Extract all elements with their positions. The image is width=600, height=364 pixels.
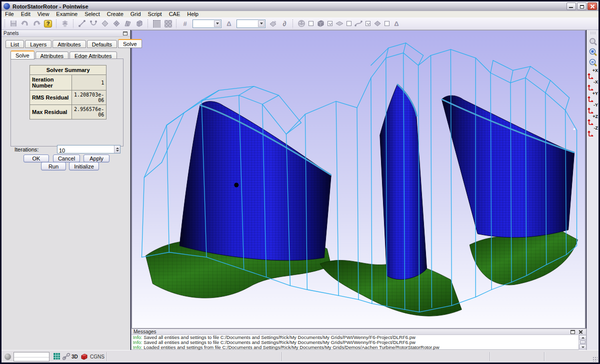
menu-view[interactable]: View	[34, 11, 53, 18]
view-plus-x-button[interactable]: +X	[588, 68, 598, 79]
dimension-combo[interactable]	[192, 20, 222, 28]
menu-cae[interactable]: CAE	[166, 11, 184, 18]
dimension-button[interactable]: #	[180, 18, 190, 29]
title-bar[interactable]: RotorStatorRotor - Pointwise	[2, 2, 598, 11]
show-sources-button[interactable]: Δ	[391, 18, 402, 29]
resize-grip[interactable]	[592, 356, 598, 362]
panels-float-icon[interactable]	[123, 32, 128, 36]
tab-layers[interactable]: Layers	[25, 40, 52, 48]
unstructured-grid-button[interactable]	[162, 18, 174, 29]
menu-file[interactable]: File	[2, 11, 18, 18]
help-icon: ?	[44, 20, 52, 28]
redo-button[interactable]	[31, 18, 42, 29]
mask-icon	[298, 20, 306, 28]
view-toolbar-grip[interactable]	[590, 32, 596, 34]
ok-button[interactable]: OK	[24, 154, 49, 162]
messages-header[interactable]: Messages	[132, 329, 586, 335]
zoom-button[interactable]	[588, 36, 598, 46]
view-minus-x-button[interactable]: -X	[588, 80, 598, 90]
minimize-button[interactable]	[566, 2, 576, 10]
create-block-button[interactable]	[134, 18, 145, 29]
viewport-3d[interactable]	[131, 30, 586, 328]
view-minus-z-button[interactable]: -Z	[588, 126, 598, 136]
boundary-condition-button[interactable]: ∂	[279, 18, 290, 29]
messages-close-icon[interactable]	[578, 330, 583, 334]
spacings-visibility-checkbox[interactable]	[384, 21, 390, 26]
domains-visibility-checkbox[interactable]	[346, 21, 352, 26]
scroll-thumb[interactable]	[580, 340, 586, 344]
create-domain-button[interactable]	[100, 18, 110, 29]
connectors-visibility-checkbox[interactable]	[366, 21, 370, 26]
panels-sidebar: Panels List Layers Attributes Defaults S…	[2, 30, 130, 350]
tab-defaults[interactable]: Defaults	[87, 40, 117, 48]
spinner-down-icon[interactable]	[116, 150, 119, 152]
layer-stack-button[interactable]	[60, 18, 70, 29]
zoom-to-fit-icon	[589, 48, 597, 56]
zoom-to-fit-button[interactable]	[588, 47, 598, 57]
combo-dropdown-icon[interactable]	[258, 20, 264, 27]
undo-button[interactable]	[20, 18, 30, 29]
combo-dropdown-icon[interactable]	[214, 20, 220, 27]
toolbar-grip[interactable]	[56, 19, 58, 28]
partial-derivative-icon: ∂	[283, 20, 286, 28]
structured-grid-button[interactable]	[151, 18, 162, 29]
help-button[interactable]: ?	[42, 18, 54, 29]
cancel-button[interactable]: Cancel	[53, 154, 80, 162]
toolbar-grip[interactable]	[292, 19, 294, 28]
create-curve-button[interactable]	[88, 18, 99, 29]
run-button[interactable]: Run	[41, 162, 66, 170]
create-domain-mesh-button[interactable]	[111, 18, 122, 29]
menu-grid[interactable]: Grid	[127, 11, 144, 18]
show-connectors-button[interactable]	[353, 18, 364, 29]
view-plus-z-button[interactable]: +Z	[588, 114, 598, 125]
scroll-up-icon[interactable]	[579, 335, 586, 340]
database-visibility-checkbox[interactable]	[308, 21, 314, 26]
messages-float-icon[interactable]	[570, 330, 575, 334]
blocks-visibility-checkbox[interactable]	[328, 21, 332, 26]
spinner-up-icon[interactable]	[116, 148, 119, 149]
show-database-button[interactable]	[296, 18, 307, 29]
statusbar-divider	[106, 352, 107, 361]
view-minus-y-button[interactable]: -Y	[588, 103, 598, 114]
toolbar-grip[interactable]	[176, 19, 178, 28]
toolbar-grip[interactable]	[147, 19, 149, 28]
zoom-reset-button[interactable]	[588, 58, 598, 68]
messages-log[interactable]: Info: Saved all entities and settings to…	[132, 335, 586, 350]
solve-surface-button[interactable]	[268, 18, 278, 29]
toolbar-grip[interactable]	[4, 19, 6, 28]
tab-solve[interactable]: Solve	[118, 39, 142, 48]
scroll-down-icon[interactable]	[579, 344, 586, 350]
view-plus-y-button[interactable]: +Y	[588, 92, 598, 102]
restore-button[interactable]	[577, 2, 586, 10]
menu-examine[interactable]: Examine	[52, 11, 81, 18]
menu-select[interactable]: Select	[81, 11, 104, 18]
create-connector-button[interactable]	[76, 18, 88, 29]
show-blocks-button[interactable]	[315, 18, 326, 29]
apply-button[interactable]: Apply	[84, 154, 110, 162]
menu-edit[interactable]: Edit	[18, 11, 34, 18]
save-icon	[10, 20, 18, 28]
pick-point-dot	[234, 182, 238, 187]
show-domains-button[interactable]	[334, 18, 345, 29]
window-title: RotorStatorRotor - Pointwise	[12, 4, 88, 10]
menu-script[interactable]: Script	[144, 11, 166, 18]
menu-create[interactable]: Create	[104, 11, 127, 18]
close-button[interactable]	[588, 2, 597, 10]
show-spacings-button[interactable]	[372, 18, 383, 29]
initialize-button[interactable]: Initialize	[69, 162, 99, 170]
hash-icon: #	[183, 20, 186, 28]
spacing-button[interactable]: Δ	[224, 18, 234, 29]
messages-scrollbar[interactable]	[578, 335, 586, 350]
tab-list[interactable]: List	[6, 40, 24, 48]
create-surface-button[interactable]	[122, 18, 134, 29]
save-button[interactable]	[8, 18, 19, 29]
subtab-solve[interactable]: Solve	[10, 50, 34, 60]
spacing-combo[interactable]	[236, 20, 266, 28]
tab-attributes[interactable]: Attributes	[52, 40, 86, 48]
iterations-spinner[interactable]	[114, 146, 120, 153]
menu-help[interactable]: Help	[184, 11, 202, 18]
toolbar-grip[interactable]	[72, 19, 74, 28]
panels-header[interactable]: Panels	[2, 30, 130, 37]
iterations-input[interactable]	[58, 147, 112, 154]
connector-curve-icon	[354, 20, 362, 28]
